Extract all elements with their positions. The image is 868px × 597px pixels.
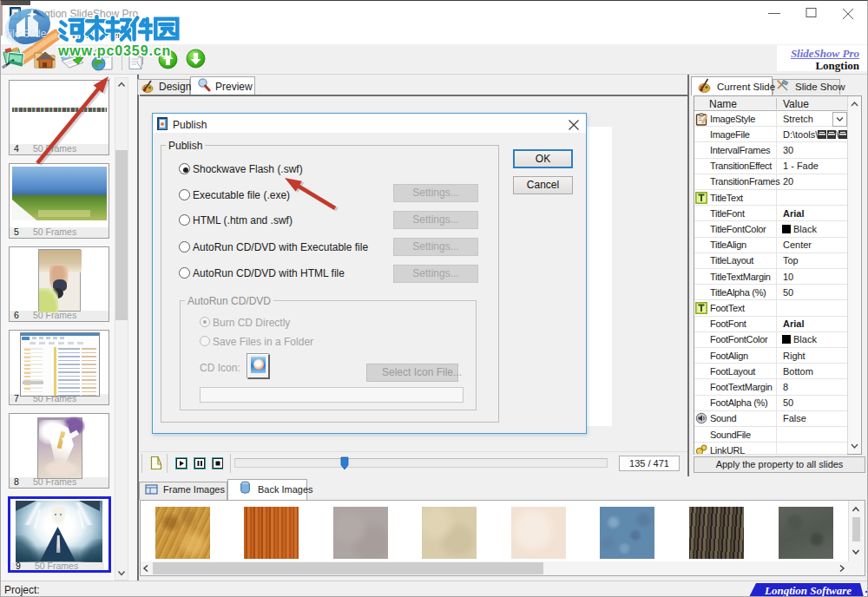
- svg-text:Longtion Software: Longtion Software: [764, 584, 852, 597]
